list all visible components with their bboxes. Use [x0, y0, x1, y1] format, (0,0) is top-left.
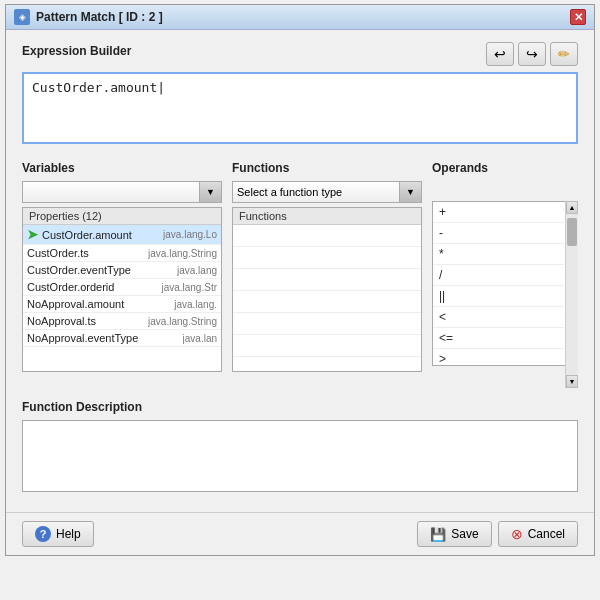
variable-type: java.lan: [183, 333, 217, 344]
operand-row[interactable]: *: [433, 244, 564, 265]
variables-label: Variables: [22, 161, 222, 175]
expression-input[interactable]: CustOrder.amount|: [22, 72, 578, 144]
functions-dropdown-arrow[interactable]: ▼: [400, 181, 422, 203]
variable-type: java.lang.: [174, 299, 217, 310]
dialog-content: Expression Builder ↩ ↪ ✏ CustOrder.amoun…: [6, 30, 594, 504]
scroll-down-btn[interactable]: ▼: [566, 375, 578, 388]
func-row[interactable]: [233, 269, 421, 291]
function-description-section: Function Description: [22, 400, 578, 492]
variable-row[interactable]: CustOrder.eventTypejava.lang: [23, 262, 221, 279]
variables-dropdown-arrow[interactable]: ▼: [200, 181, 222, 203]
operands-list: +-*/||<<=>: [432, 201, 578, 366]
variable-name: CustOrder.ts: [27, 247, 144, 259]
func-row[interactable]: [233, 225, 421, 247]
variable-type: java.lang.String: [148, 248, 217, 259]
operand-row[interactable]: <=: [433, 328, 564, 349]
operand-row[interactable]: -: [433, 223, 564, 244]
function-description-box: [22, 420, 578, 492]
func-row[interactable]: [233, 313, 421, 335]
functions-dropdown[interactable]: Select a function type: [232, 181, 400, 203]
variable-name: NoApproval.eventType: [27, 332, 179, 344]
functions-column: Functions Select a function type ▼ Funct…: [232, 161, 422, 388]
dialog-icon: ◈: [14, 9, 30, 25]
variable-row[interactable]: CustOrder.orderidjava.lang.Str: [23, 279, 221, 296]
operand-row[interactable]: ||: [433, 286, 564, 307]
operand-row[interactable]: /: [433, 265, 564, 286]
expression-builder-header: Expression Builder ↩ ↪ ✏: [22, 42, 578, 66]
variable-name: CustOrder.orderid: [27, 281, 157, 293]
functions-list-header: Functions: [233, 208, 421, 225]
operand-row[interactable]: >: [433, 349, 564, 366]
func-row[interactable]: [233, 247, 421, 269]
func-row[interactable]: [233, 291, 421, 313]
variable-name: NoApproval.ts: [27, 315, 144, 327]
back-icon: ↩: [494, 46, 506, 62]
bottom-bar: ? Help 💾 Save ⊗ Cancel: [6, 512, 594, 555]
operand-row[interactable]: +: [433, 202, 564, 223]
variable-row[interactable]: CustOrder.tsjava.lang.String: [23, 245, 221, 262]
operands-scrollbar[interactable]: ▲ ▼: [565, 201, 578, 388]
functions-dropdown-row: Select a function type ▼: [232, 181, 422, 203]
expression-builder-label: Expression Builder: [22, 44, 131, 58]
variable-icon: ➤: [27, 227, 38, 242]
variable-type: java.lang.Lo: [163, 229, 217, 240]
variable-row[interactable]: ➤CustOrder.amountjava.lang.Lo: [23, 225, 221, 245]
function-description-label: Function Description: [22, 400, 578, 414]
help-button[interactable]: ? Help: [22, 521, 94, 547]
scroll-thumb: [567, 218, 577, 246]
variable-row[interactable]: NoApproval.eventTypejava.lan: [23, 330, 221, 347]
action-buttons: 💾 Save ⊗ Cancel: [417, 521, 578, 547]
variable-name: NoApproval.amount: [27, 298, 170, 310]
variables-dropdown[interactable]: [22, 181, 200, 203]
variable-type: java.lang.String: [148, 316, 217, 327]
help-icon: ?: [35, 526, 51, 542]
variables-column: Variables ▼ Properties (12) ➤CustOrder.a…: [22, 161, 222, 388]
variable-row[interactable]: NoApproval.amountjava.lang.: [23, 296, 221, 313]
back-button[interactable]: ↩: [486, 42, 514, 66]
scroll-track: [566, 214, 578, 375]
three-col-layout: Variables ▼ Properties (12) ➤CustOrder.a…: [22, 161, 578, 388]
save-icon: 💾: [430, 527, 446, 542]
dialog-title: Pattern Match [ ID : 2 ]: [36, 10, 163, 24]
func-row[interactable]: [233, 335, 421, 357]
cancel-icon: ⊗: [511, 526, 523, 542]
cancel-label: Cancel: [528, 527, 565, 541]
close-button[interactable]: ✕: [570, 9, 586, 25]
variable-name: CustOrder.amount: [42, 229, 159, 241]
cancel-button[interactable]: ⊗ Cancel: [498, 521, 578, 547]
title-bar-left: ◈ Pattern Match [ ID : 2 ]: [14, 9, 163, 25]
forward-button[interactable]: ↪: [518, 42, 546, 66]
save-label: Save: [451, 527, 478, 541]
variables-list-header: Properties (12): [23, 208, 221, 225]
functions-label: Functions: [232, 161, 422, 175]
edit-icon: ✏: [558, 46, 570, 62]
variable-type: java.lang: [177, 265, 217, 276]
edit-button[interactable]: ✏: [550, 42, 578, 66]
save-button[interactable]: 💾 Save: [417, 521, 491, 547]
variables-list: Properties (12) ➤CustOrder.amountjava.la…: [22, 207, 222, 372]
help-label: Help: [56, 527, 81, 541]
scroll-up-btn[interactable]: ▲: [566, 201, 578, 214]
variable-row[interactable]: NoApproval.tsjava.lang.String: [23, 313, 221, 330]
toolbar-buttons: ↩ ↪ ✏: [486, 42, 578, 66]
main-dialog: ◈ Pattern Match [ ID : 2 ] ✕ Expression …: [5, 4, 595, 556]
variables-dropdown-row: ▼: [22, 181, 222, 203]
operands-column: Operands +-*/||<<=> ▲ ▼: [432, 161, 578, 388]
operand-row[interactable]: <: [433, 307, 564, 328]
title-bar: ◈ Pattern Match [ ID : 2 ] ✕: [6, 5, 594, 30]
variable-name: CustOrder.eventType: [27, 264, 173, 276]
operands-label: Operands: [432, 161, 578, 175]
forward-icon: ↪: [526, 46, 538, 62]
variable-type: java.lang.Str: [161, 282, 217, 293]
functions-list: Functions: [232, 207, 422, 372]
